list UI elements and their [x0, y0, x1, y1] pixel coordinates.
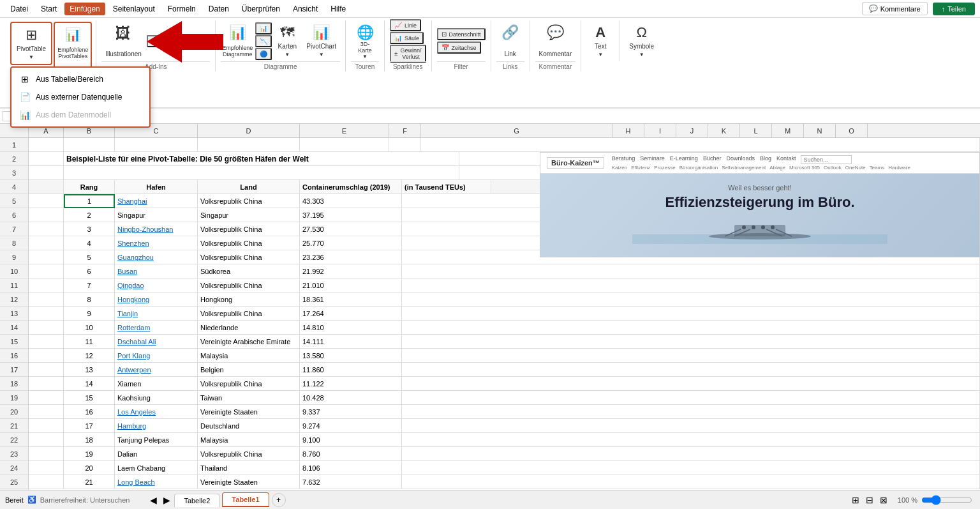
- row-num-21[interactable]: 21: [0, 419, 28, 433]
- cell-C14[interactable]: Rotterdam: [115, 321, 198, 335]
- cell-C10[interactable]: Busan: [115, 264, 198, 278]
- page-break-button[interactable]: ⊠: [879, 494, 889, 506]
- row-num-13[interactable]: 13: [0, 307, 28, 321]
- symbole-button[interactable]: Ω Symbole ▼: [625, 22, 658, 60]
- cell-D21[interactable]: Deutschland: [198, 419, 300, 433]
- cell-rest17[interactable]: [402, 363, 980, 377]
- row-num-24[interactable]: 24: [0, 461, 28, 475]
- cell-B18[interactable]: 14: [64, 377, 115, 391]
- sheet-tab-tabelle1[interactable]: Tabelle1: [222, 492, 269, 507]
- cell-A6[interactable]: [29, 208, 64, 222]
- ad-banner[interactable]: Büro-Kaizen™ Beratung Seminare E-Learnin…: [540, 152, 980, 257]
- cell-C7[interactable]: Ningbo-Zhoushan: [115, 222, 198, 236]
- dropdown-aus-extern[interactable]: 📄 Aus externer Datenquelle: [11, 88, 149, 106]
- cell-B22[interactable]: 18: [64, 433, 115, 447]
- cell-rest20[interactable]: [402, 405, 980, 419]
- cell-A19[interactable]: [29, 391, 64, 405]
- menu-ansicht[interactable]: Ansicht: [288, 3, 323, 15]
- menu-datei[interactable]: Datei: [5, 3, 33, 15]
- row-num-22[interactable]: 22: [0, 433, 28, 447]
- menu-formeln[interactable]: Formeln: [163, 3, 201, 15]
- cell-rest19[interactable]: [402, 391, 980, 405]
- cell-B24[interactable]: 20: [64, 461, 115, 475]
- cell-A8[interactable]: [29, 236, 64, 250]
- cell-C20[interactable]: Los Angeles: [115, 405, 198, 419]
- cell-E21[interactable]: 9.274: [300, 419, 402, 433]
- cell-A7[interactable]: [29, 222, 64, 236]
- col-header-E[interactable]: E: [300, 124, 389, 137]
- menu-einfuegen[interactable]: Einfügen: [64, 3, 105, 15]
- cell-E22[interactable]: 9.100: [300, 433, 402, 447]
- cell-D17[interactable]: Belgien: [198, 363, 300, 377]
- cell-A9[interactable]: [29, 250, 64, 264]
- cell-A18[interactable]: [29, 377, 64, 391]
- row-num-17[interactable]: 17: [0, 363, 28, 377]
- cell-rest12[interactable]: [402, 292, 980, 307]
- cell-A12[interactable]: [29, 292, 64, 307]
- cell-C16[interactable]: Port Klang: [115, 349, 198, 363]
- cell-B4-rang[interactable]: Rang: [64, 180, 115, 194]
- cell-C12[interactable]: Hongkong: [115, 292, 198, 307]
- pivot-table-button[interactable]: ⊞ PivotTable ▼: [13, 24, 50, 63]
- row-num-6[interactable]: 6: [0, 208, 28, 222]
- cell-rest18[interactable]: [402, 377, 980, 391]
- row-num-10[interactable]: 10: [0, 264, 28, 278]
- row-num-3[interactable]: 3: [0, 166, 28, 180]
- cell-E11[interactable]: 21.010: [300, 278, 402, 292]
- cell-C13[interactable]: Tianjin: [115, 307, 198, 321]
- col-header-O[interactable]: O: [836, 124, 868, 137]
- cell-A25[interactable]: [29, 475, 64, 489]
- row-num-12[interactable]: 12: [0, 292, 28, 307]
- cell-E4-container[interactable]: Containerumschlag (2019): [300, 180, 402, 194]
- cell-C6[interactable]: Singapur: [115, 208, 198, 222]
- cell-B10[interactable]: 6: [64, 264, 115, 278]
- cell-rest22[interactable]: [402, 433, 980, 447]
- cell-E10[interactable]: 21.992: [300, 264, 402, 278]
- saule-button[interactable]: 📊 Säule: [390, 32, 424, 44]
- prev-sheet-button[interactable]: ◀: [147, 493, 160, 507]
- cell-A17[interactable]: [29, 363, 64, 377]
- teilen-button[interactable]: ↑ Teilen: [933, 3, 975, 15]
- kommentar-button[interactable]: 💬 Kommentar: [535, 22, 576, 60]
- cell-A10[interactable]: [29, 264, 64, 278]
- cell-D14[interactable]: Niederlande: [198, 321, 300, 335]
- row-num-5[interactable]: 5: [0, 194, 28, 208]
- cell-E6[interactable]: 37.195: [300, 208, 402, 222]
- zoom-slider[interactable]: [921, 495, 972, 505]
- cell-B8[interactable]: 4: [64, 236, 115, 250]
- cell-E14[interactable]: 14.810: [300, 321, 402, 335]
- cell-rest11[interactable]: [402, 278, 980, 292]
- menu-daten[interactable]: Daten: [204, 3, 234, 15]
- cell-A1[interactable]: [29, 138, 64, 152]
- cell-E12[interactable]: 18.361: [300, 292, 402, 307]
- cell-B1[interactable]: [64, 138, 115, 152]
- cell-rest10[interactable]: [402, 264, 980, 278]
- line-chart-button[interactable]: 📉: [255, 35, 272, 47]
- cell-rest24[interactable]: [402, 461, 980, 475]
- cell-rest15[interactable]: [402, 335, 980, 349]
- cell-C19[interactable]: Kaohsiung: [115, 391, 198, 405]
- cell-rest21[interactable]: [402, 419, 980, 433]
- cell-C25[interactable]: Long Beach: [115, 475, 198, 489]
- recommended-pivot-button[interactable]: 📊 Empfohlene PivotTables: [56, 24, 89, 63]
- cell-B17[interactable]: 13: [64, 363, 115, 377]
- cell-rest1[interactable]: [421, 138, 980, 152]
- menu-start[interactable]: Start: [36, 3, 62, 15]
- row-num-4[interactable]: 4: [0, 180, 28, 194]
- cell-F1[interactable]: [389, 138, 421, 152]
- cell-C21[interactable]: Hamburg: [115, 419, 198, 433]
- cell-E25[interactable]: 7.632: [300, 475, 402, 489]
- page-layout-button[interactable]: ⊟: [865, 494, 875, 506]
- cell-rest16[interactable]: [402, 349, 980, 363]
- cell-E24[interactable]: 8.106: [300, 461, 402, 475]
- row-num-2[interactable]: 2: [0, 152, 28, 166]
- cell-B11[interactable]: 7: [64, 278, 115, 292]
- cell-B9[interactable]: 5: [64, 250, 115, 264]
- menu-ueberpruefen[interactable]: Überprüfen: [237, 3, 285, 15]
- col-header-L[interactable]: L: [740, 124, 772, 137]
- cell-B23[interactable]: 19: [64, 447, 115, 461]
- cell-D15[interactable]: Vereinigte Arabische Emirate: [198, 335, 300, 349]
- cell-A23[interactable]: [29, 447, 64, 461]
- pivot-chart-button[interactable]: 📊 PivotChart ▼: [302, 22, 340, 60]
- cell-D4-land[interactable]: Land: [198, 180, 300, 194]
